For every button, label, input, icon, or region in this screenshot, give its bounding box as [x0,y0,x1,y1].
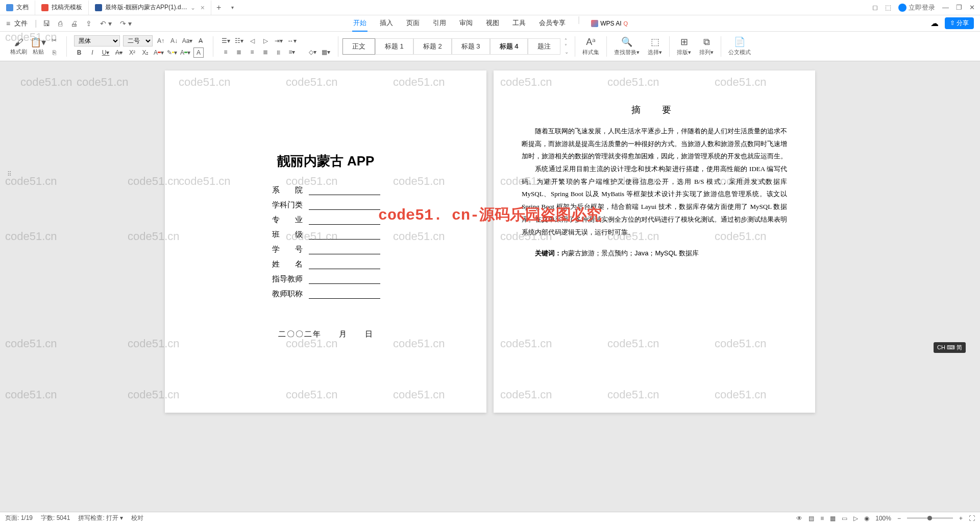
char-border-button[interactable]: A [193,47,204,58]
zoom-slider[interactable] [907,517,953,519]
italic-button[interactable]: I [87,47,97,58]
file-menu[interactable]: 文件 [14,19,28,28]
new-tab-button[interactable]: + [211,3,226,12]
view-outline-icon[interactable]: ≡ [820,515,824,522]
shrink-font-icon[interactable]: A↓ [169,36,179,46]
gallery-more-icon[interactable]: ⌄ [565,49,569,55]
select-group[interactable]: ⬚ 选择▾ [645,36,665,56]
status-page[interactable]: 页面: 1/19 [5,514,33,522]
align-center-icon[interactable]: ≣ [234,47,244,57]
change-case-icon[interactable]: Aa▾ [182,36,192,46]
tab-settings-icon[interactable]: ⇥▾ [274,36,284,46]
print-icon[interactable]: 🖨 [68,19,80,28]
wps-ai-button[interactable]: WPS AI Q [591,15,628,32]
line-spacing-icon[interactable]: ≡▾ [287,47,297,57]
page-1[interactable]: 靓丽内蒙古 APP 系 院 学科门类 专 业 班 级 学 号 姓 名 指导教师 … [165,70,486,413]
view-read-icon[interactable]: ▭ [842,515,847,522]
para-shading-icon[interactable]: ◇▾ [307,47,317,57]
hamburger-icon[interactable]: ≡ [6,19,10,28]
superscript-button[interactable]: X² [127,47,137,58]
close-icon[interactable]: × [201,4,205,12]
arrange-group[interactable]: ⧉ 排列▾ [696,37,717,56]
shading-button[interactable]: A▾ [180,47,190,58]
undo-icon[interactable]: ↶ ▾ [98,19,114,28]
style-set-group[interactable]: Aᵃ 样式集 [579,36,602,56]
page-2[interactable]: 摘 要 随着互联网的飞速发展，人民生活水平逐步上升，伴随着的是人们对生活质量的追… [494,70,815,413]
numbering-icon[interactable]: ☷▾ [234,36,244,46]
style-h1[interactable]: 标题 1 [375,38,413,55]
borders-icon[interactable]: ▦▾ [321,47,331,57]
window-close-icon[interactable]: ✕ [969,4,975,11]
style-h3[interactable]: 标题 3 [452,38,490,55]
tab-reference[interactable]: 引用 [432,15,447,32]
cloud-icon[interactable]: ☁ [930,18,939,28]
clear-format-icon[interactable]: A̶ [195,36,206,46]
zoom-out-icon[interactable]: − [897,515,901,522]
tab-member[interactable]: 会员专享 [538,15,567,32]
tab-documents[interactable]: 文档 [0,1,35,15]
zoom-level[interactable]: 100% [875,515,891,522]
login-button[interactable]: 立即登录 [898,3,935,12]
status-proof[interactable]: 校对 [131,514,143,522]
find-group[interactable]: 🔍 查找替换▾ [611,36,643,56]
style-body[interactable]: 正文 [342,38,375,55]
maximize-icon[interactable]: ❐ [956,4,962,11]
gallery-down-icon[interactable]: ˅ [565,43,569,49]
print-preview-icon[interactable]: ⎙ [56,19,64,28]
format-painter-icon[interactable]: 🖌 [10,37,27,48]
tab-view[interactable]: 视图 [485,15,500,32]
tab-dropdown-icon[interactable]: ▾ [226,5,239,10]
save-icon[interactable]: 🖫 [41,19,52,28]
bold-button[interactable]: B [74,47,84,58]
status-spell[interactable]: 拼写检查: 打开 ▾ [78,514,123,522]
font-color-button[interactable]: A▾ [154,47,164,58]
minimize-icon[interactable]: — [942,4,949,11]
tab-tools[interactable]: 工具 [511,15,527,32]
style-caption[interactable]: 题注 [528,38,560,55]
underline-button[interactable]: U▾ [101,47,111,58]
cube-icon[interactable]: ⬚ [885,4,891,11]
gallery-up-icon[interactable]: ˄ [565,38,569,43]
export-icon[interactable]: ⇪ [84,19,94,28]
styles-gallery[interactable]: 正文 标题 1 标题 2 标题 3 标题 4 题注 [342,38,560,55]
decrease-indent-icon[interactable]: ◁ [247,36,257,46]
view-play-icon[interactable]: ▷ [853,515,858,522]
distribute-icon[interactable]: ⫼ [274,47,284,57]
highlight-button[interactable]: ✎▾ [167,47,177,58]
view-web-icon[interactable]: ▦ [830,515,836,522]
align-left-icon[interactable]: ≡ [220,47,231,57]
tab-insert[interactable]: 插入 [379,15,394,32]
share-button[interactable]: ⇧ 分享 [945,17,974,29]
official-mode-group[interactable]: 📄 公文模式 [725,36,754,56]
font-size-select[interactable]: 二号 [123,35,153,46]
window-copy-icon[interactable]: ◻ [872,4,878,11]
view-print-icon[interactable]: ▤ [808,515,814,522]
copy-icon[interactable]: ⎘ [49,47,59,58]
tab-start[interactable]: 开始 [352,15,368,32]
tab-page[interactable]: 页面 [405,15,421,32]
tab-review[interactable]: 审阅 [458,15,474,32]
document-area[interactable]: ⠿ 靓丽内蒙古 APP 系 院 学科门类 专 业 班 级 学 号 姓 名 指导教… [0,61,980,512]
bullets-icon[interactable]: ☰▾ [220,36,231,46]
grow-font-icon[interactable]: A↑ [156,36,166,46]
tab-current-doc[interactable]: 最终版-靓丽内蒙古APP(1).d… ⌄ × [89,1,211,15]
font-name-select[interactable]: 黑体 [74,35,120,46]
align-justify-icon[interactable]: ≣ [260,47,271,57]
subscript-button[interactable]: X₂ [140,47,151,58]
paste-icon[interactable]: 📋▾ [30,37,46,48]
status-words[interactable]: 字数: 5041 [41,514,70,522]
cut-icon[interactable]: ✂ [49,35,59,45]
fullscreen-icon[interactable]: ⛶ [969,515,975,522]
view-eye-icon[interactable]: 👁 [796,515,802,522]
zoom-in-icon[interactable]: + [959,515,963,522]
view-focus-icon[interactable]: ◉ [864,515,869,522]
tab-template[interactable]: 找稿壳模板 [35,1,89,15]
style-h2[interactable]: 标题 2 [413,38,452,55]
tab-menu-icon[interactable]: ⌄ [190,4,195,11]
char-spacing-icon[interactable]: ↔▾ [287,36,297,46]
drag-handle-icon[interactable]: ⠿ [7,171,12,178]
increase-indent-icon[interactable]: ▷ [260,36,271,46]
style-h4[interactable]: 标题 4 [490,38,528,55]
strike-button[interactable]: A▾ [114,47,124,58]
layout-group[interactable]: ⊞ 排版▾ [674,36,694,56]
